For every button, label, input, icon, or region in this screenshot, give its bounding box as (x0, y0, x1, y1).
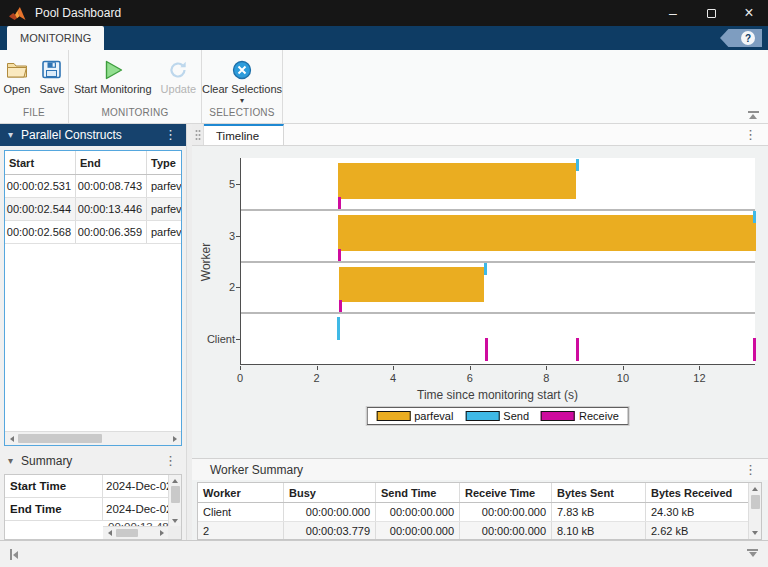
summary-row-value: 2024-Dec-02 (103, 498, 168, 520)
summary-vertical-scrollbar[interactable] (168, 475, 181, 526)
lane-separator (241, 261, 755, 263)
legend-swatch (376, 411, 410, 421)
close-button[interactable]: × (730, 0, 768, 26)
group-label-selections: SELECTIONS (202, 107, 282, 123)
column-header[interactable]: Busy (284, 483, 376, 502)
receive-tick[interactable] (485, 338, 488, 361)
table-row[interactable]: 200:00:03.77900:00:00.00000:00:00.0008.1… (198, 522, 748, 540)
y-axis-label: Worker (199, 242, 213, 280)
tab-monitoring[interactable]: MONITORING (7, 26, 104, 50)
parallel-constructs-rows: StartEndType00:00:02.53100:00:08.743parf… (5, 151, 181, 244)
receive-tick[interactable] (753, 338, 756, 361)
collapse-panel-icon[interactable]: ▾ (8, 130, 13, 140)
column-header[interactable]: Worker (198, 483, 284, 502)
collapse-bottom-button[interactable] (747, 549, 758, 557)
table-cell: 00:00:00.000 (376, 503, 460, 521)
table-cell: 00:00:02.568 (5, 221, 76, 243)
scrollbar-thumb[interactable] (171, 486, 180, 503)
left-triangle-icon (13, 551, 18, 559)
collapse-left-button[interactable] (10, 549, 18, 560)
pc-horizontal-scrollbar[interactable] (5, 431, 181, 445)
x-tick-label: 4 (378, 372, 408, 384)
receive-tick[interactable] (338, 249, 341, 261)
column-header[interactable]: Start (5, 151, 76, 174)
panel-menu-icon[interactable]: ⋮ (164, 129, 177, 141)
scroll-down-arrow-icon[interactable] (749, 527, 762, 539)
panel-menu-icon[interactable]: ⋮ (744, 464, 757, 476)
open-button[interactable]: Open (1, 55, 34, 96)
table-header-row: WorkerBusySend TimeReceive TimeBytes Sen… (198, 483, 748, 503)
parfeval-bar[interactable] (339, 267, 484, 303)
worker-summary-rows: WorkerBusySend TimeReceive TimeBytes Sen… (198, 483, 748, 540)
column-header[interactable]: Type (147, 151, 181, 174)
tab-timeline[interactable]: Timeline (204, 124, 284, 145)
column-header[interactable]: End (76, 151, 147, 174)
start-monitoring-button[interactable]: Start Monitoring (71, 55, 155, 96)
worker-summary-title: Worker Summary (210, 463, 303, 477)
pool-dashboard-window: Pool Dashboard – × MONITORING ? (0, 0, 768, 567)
maximize-button[interactable] (692, 0, 730, 26)
matlab-logo-icon (9, 6, 26, 21)
send-tick[interactable] (576, 159, 579, 171)
toolbar-group-selections: Clear Selections ▾ SELECTIONS (202, 50, 283, 123)
table-cell: 24.30 kB (646, 503, 748, 521)
collapse-panel-icon[interactable]: ▾ (8, 456, 13, 466)
legend-item: Receive (541, 410, 619, 422)
scroll-right-arrow-icon[interactable] (155, 527, 168, 540)
scroll-up-arrow-icon[interactable] (749, 483, 762, 495)
table-cell: 2.62 kB (646, 522, 748, 540)
summary-row-value: 2024-Dec-02 (103, 475, 168, 497)
scroll-down-arrow-icon[interactable] (169, 515, 182, 526)
summary-horizontal-scrollbar[interactable] (103, 526, 168, 539)
panel-menu-icon[interactable]: ⋮ (744, 129, 757, 141)
scrollbar-thumb[interactable] (18, 434, 102, 443)
table-header-row: StartEndType (5, 151, 181, 175)
worker-summary-header[interactable]: Worker Summary ⋮ (192, 458, 768, 480)
save-icon (42, 56, 61, 83)
minimize-button[interactable]: – (654, 0, 692, 26)
receive-tick[interactable] (576, 338, 579, 361)
clear-selections-button[interactable]: Clear Selections ▾ (199, 55, 285, 105)
parfeval-bar[interactable] (338, 215, 755, 251)
table-row[interactable]: 00:00:02.56800:00:06.359parfeval (5, 221, 181, 244)
help-icon: ? (741, 31, 755, 45)
send-tick[interactable] (484, 263, 487, 275)
send-tick[interactable] (337, 317, 340, 340)
table-cell: Client (198, 503, 284, 521)
panel-grip-handle[interactable] (192, 124, 204, 145)
scroll-left-arrow-icon[interactable] (103, 527, 116, 540)
scroll-right-arrow-icon[interactable] (168, 432, 181, 446)
summary-row[interactable]: Start Time2024-Dec-02 (5, 475, 168, 498)
table-row[interactable]: 00:00:02.53100:00:08.743parfeval (5, 175, 181, 198)
scroll-up-arrow-icon[interactable] (169, 475, 182, 486)
help-button[interactable]: ? (720, 29, 762, 47)
column-header[interactable]: Send Time (376, 483, 460, 502)
table-row[interactable]: 00:00:02.54400:00:13.446parfeval (5, 198, 181, 221)
worker-summary-table[interactable]: WorkerBusySend TimeReceive TimeBytes Sen… (197, 482, 762, 540)
clear-selections-label: Clear Selections (202, 83, 282, 95)
panel-menu-icon[interactable]: ⋮ (164, 455, 177, 467)
summary-row[interactable]: End Time2024-Dec-02 (5, 498, 168, 521)
column-header[interactable]: Receive Time (460, 483, 552, 502)
save-button[interactable]: Save (36, 55, 67, 96)
collapse-ribbon-button[interactable] (746, 111, 760, 119)
scrollbar-thumb[interactable] (751, 495, 760, 509)
summary-header[interactable]: ▾ Summary ⋮ (0, 450, 186, 472)
receive-tick[interactable] (339, 300, 342, 312)
parallel-constructs-table[interactable]: StartEndType00:00:02.53100:00:08.743parf… (4, 150, 182, 446)
table-row[interactable]: Client00:00:00.00000:00:00.00000:00:00.0… (198, 503, 748, 522)
update-button[interactable]: Update (158, 55, 199, 96)
scrollbar-thumb[interactable] (116, 529, 138, 537)
send-tick[interactable] (753, 211, 756, 223)
ws-vertical-scrollbar[interactable] (748, 483, 761, 539)
column-header[interactable]: Bytes Sent (552, 483, 646, 502)
x-tick-mark (393, 366, 394, 370)
column-header[interactable]: Bytes Received (646, 483, 748, 502)
timeline-plot[interactable] (240, 158, 755, 365)
summary-table[interactable]: Start Time2024-Dec-02End Time2024-Dec-02… (4, 474, 182, 540)
parallel-constructs-header[interactable]: ▾ Parallel Constructs ⋮ (0, 124, 186, 146)
scroll-left-arrow-icon[interactable] (5, 432, 18, 446)
receive-tick[interactable] (338, 197, 341, 209)
legend-item: Send (465, 410, 529, 422)
parfeval-bar[interactable] (338, 163, 576, 199)
